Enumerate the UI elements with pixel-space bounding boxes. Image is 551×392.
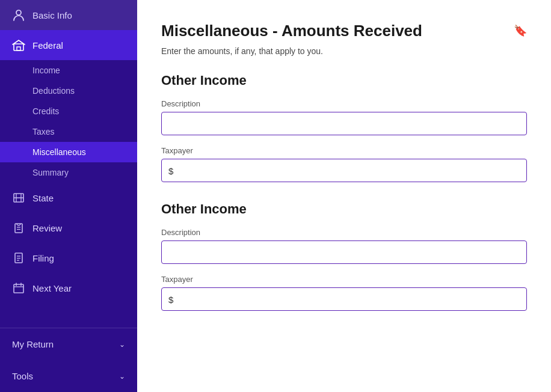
sidebar-item-basic-info-label: Basic Info [32, 10, 72, 20]
svg-point-0 [16, 10, 21, 15]
sidebar-bottom: My Return ⌄ Tools ⌄ [0, 328, 137, 392]
sidebar-sub-item-taxes[interactable]: Taxes [0, 121, 137, 142]
taxpayer-label-2: Taxpayer [161, 275, 527, 284]
other-income-section-2: Other Income Description Taxpayer $ [161, 201, 527, 311]
sidebar-item-review[interactable]: Review [0, 213, 137, 243]
sidebar-item-state[interactable]: State [0, 183, 137, 213]
sidebar-sub-item-miscellaneous[interactable]: Miscellaneous [0, 142, 137, 162]
description-label-1: Description [161, 99, 527, 108]
person-icon [12, 8, 25, 22]
description-label-2: Description [161, 228, 527, 237]
svg-rect-4 [15, 224, 22, 233]
sidebar-item-basic-info[interactable]: Basic Info [0, 0, 137, 30]
taxpayer-input-2[interactable] [161, 287, 527, 311]
sidebar-item-federal-label: Federal [32, 40, 63, 51]
page-title: Miscellaneous - Amounts Received [161, 22, 422, 40]
sidebar-bottom-tools[interactable]: Tools ⌄ [0, 360, 137, 392]
sidebar-item-filing[interactable]: Filing [0, 243, 137, 273]
my-return-label: My Return [12, 339, 54, 349]
description-input-1[interactable] [161, 112, 527, 135]
federal-icon [12, 38, 25, 52]
chevron-down-icon-tools: ⌄ [119, 372, 125, 381]
file-icon [12, 251, 25, 265]
taxpayer-input-wrapper-2: $ [161, 287, 527, 311]
taxpayer-group-2: Taxpayer $ [161, 275, 527, 311]
sidebar-sub-item-income[interactable]: Income [0, 60, 137, 81]
other-income-title-1: Other Income [161, 73, 527, 88]
sidebar-sub-item-deductions-label: Deductions [32, 86, 75, 96]
taxpayer-label-1: Taxpayer [161, 146, 527, 155]
page-subtitle: Enter the amounts, if any, that apply to… [161, 46, 527, 56]
map-icon [12, 191, 25, 204]
svg-rect-11 [14, 284, 23, 293]
taxpayer-input-1[interactable] [161, 159, 527, 182]
sidebar-item-federal[interactable]: Federal [0, 30, 137, 60]
sidebar-item-next-year[interactable]: Next Year [0, 273, 137, 303]
sidebar-sub-item-income-label: Income [32, 66, 60, 75]
description-input-2[interactable] [161, 240, 527, 264]
description-group-2: Description [161, 228, 527, 264]
sidebar-sub-item-miscellaneous-label: Miscellaneous [32, 147, 86, 157]
other-income-section-1: Other Income Description Taxpayer $ [161, 73, 527, 182]
svg-rect-2 [17, 47, 20, 51]
sidebar-item-filing-label: Filing [32, 253, 54, 263]
bookmark-icon[interactable]: 🔖 [514, 24, 527, 37]
tools-label: Tools [12, 371, 33, 381]
sidebar-sub-item-deductions[interactable]: Deductions [0, 81, 137, 101]
sidebar-item-state-label: State [32, 193, 54, 203]
sidebar-item-next-year-label: Next Year [32, 283, 72, 293]
dollar-sign-1: $ [168, 165, 173, 176]
sidebar-sub-item-credits-label: Credits [32, 106, 59, 116]
taxpayer-input-wrapper-1: $ [161, 159, 527, 182]
calendar-icon [12, 281, 25, 295]
sidebar: Basic Info Federal Income Deductions Cre… [0, 0, 137, 392]
sidebar-item-review-label: Review [32, 223, 62, 233]
sidebar-sub-item-summary-label: Summary [32, 168, 69, 177]
sidebar-sub-item-taxes-label: Taxes [32, 127, 55, 136]
main-content: Miscellaneous - Amounts Received 🔖 Enter… [137, 0, 551, 392]
sidebar-sub-item-summary[interactable]: Summary [0, 162, 137, 183]
description-group-1: Description [161, 99, 527, 135]
other-income-title-2: Other Income [161, 201, 527, 217]
taxpayer-group-1: Taxpayer $ [161, 146, 527, 182]
dollar-sign-2: $ [168, 294, 173, 304]
page-header: Miscellaneous - Amounts Received 🔖 [161, 22, 527, 40]
sidebar-bottom-my-return[interactable]: My Return ⌄ [0, 328, 137, 360]
clipboard-icon [12, 221, 25, 234]
chevron-down-icon: ⌄ [119, 340, 125, 349]
sidebar-sub-item-credits[interactable]: Credits [0, 101, 137, 121]
